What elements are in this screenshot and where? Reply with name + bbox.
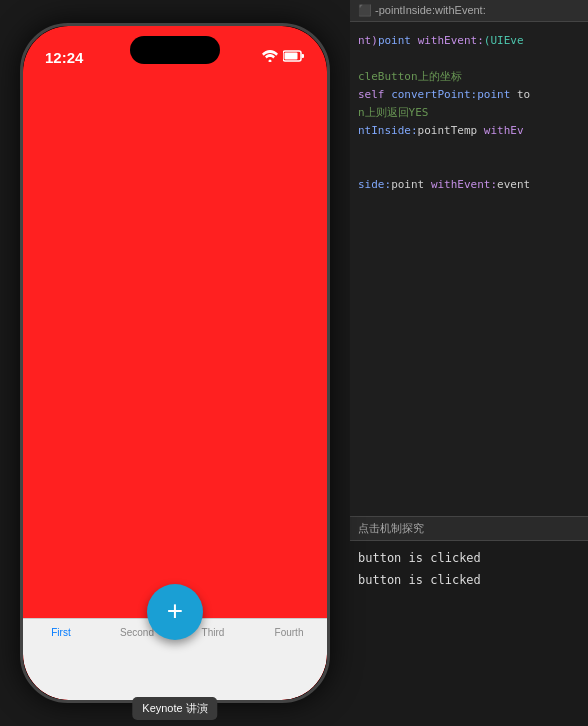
tab-first-label: First: [51, 627, 70, 638]
code-line-2: [358, 50, 580, 68]
tab-fourth[interactable]: Fourth: [251, 627, 327, 638]
code-line-9: side:point withEvent:event: [358, 176, 580, 194]
console-header: 点击机制探究: [350, 517, 588, 541]
code-panel: ⬛ -pointInside:withEvent: nt)point withE…: [350, 0, 588, 726]
console-area: 点击机制探究 button is clicked button is click…: [350, 516, 588, 726]
code-line-3: cleButton上的坐标: [358, 68, 580, 86]
code-area: nt)point withEvent:(UIEve cleButton上的坐标 …: [350, 22, 588, 516]
code-line-1: nt)point withEvent:(UIEve: [358, 32, 580, 50]
svg-point-0: [269, 59, 272, 62]
fab-button[interactable]: +: [147, 584, 203, 640]
tab-third-label: Third: [202, 627, 225, 638]
console-body: button is clicked button is clicked: [350, 541, 588, 726]
wifi-icon: [262, 50, 278, 65]
tab-first[interactable]: First: [23, 627, 99, 638]
svg-rect-3: [302, 54, 305, 58]
fab-plus-icon: +: [167, 597, 183, 625]
tab-fourth-label: Fourth: [275, 627, 304, 638]
code-line-6: ntInside:pointTemp withEv: [358, 122, 580, 140]
phone-frame: 12:24: [20, 23, 330, 703]
status-icons: [262, 50, 305, 65]
code-line-7: [358, 140, 580, 158]
console-line-1: button is clicked: [358, 547, 580, 569]
panel-topbar-title: ⬛ -pointInside:withEvent:: [358, 4, 486, 17]
console-header-title: 点击机制探究: [358, 521, 424, 536]
phone-simulator: 12:24: [0, 0, 350, 726]
code-line-8: [358, 158, 580, 176]
dynamic-island: [130, 36, 220, 64]
phone-screen: 12:24: [23, 26, 327, 700]
status-time: 12:24: [45, 49, 83, 66]
code-line-5: n上则返回YES: [358, 104, 580, 122]
battery-icon: [283, 50, 305, 65]
svg-rect-2: [285, 52, 298, 59]
code-line-4: self convertPoint:point to: [358, 86, 580, 104]
keynote-tooltip: Keynote 讲演: [132, 697, 217, 720]
tab-second-label: Second: [120, 627, 154, 638]
panel-topbar: ⬛ -pointInside:withEvent:: [350, 0, 588, 22]
console-line-2: button is clicked: [358, 569, 580, 591]
